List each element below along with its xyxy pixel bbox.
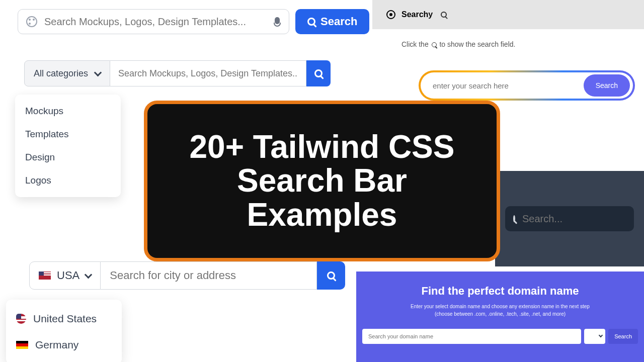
- hero-title: 20+ Tailwind CSS Search Bar Examples: [163, 130, 481, 232]
- searchy-hint: Click the to show the search field.: [392, 29, 644, 64]
- category-label: All categories: [34, 68, 88, 79]
- chevron-down-icon: [94, 68, 102, 76]
- country-item[interactable]: United States: [6, 306, 122, 332]
- country-item[interactable]: Germany: [6, 332, 122, 358]
- dark-search-input[interactable]: [522, 213, 644, 225]
- usa-flag-icon: [16, 314, 26, 324]
- country-search-panel: USA: [29, 261, 345, 290]
- search-icon: [432, 42, 437, 47]
- country-item-label: United States: [33, 313, 97, 325]
- search-icon: [513, 215, 515, 222]
- microphone-icon[interactable]: [274, 17, 281, 27]
- gradient-search-inner: Search: [421, 72, 633, 99]
- domain-search-row: com Search: [362, 329, 638, 344]
- search-button-label: Search: [320, 15, 357, 28]
- search-icon: [327, 272, 335, 280]
- search-toggle-icon[interactable]: [441, 12, 447, 18]
- category-dropdown-trigger[interactable]: All categories: [24, 60, 110, 86]
- usa-flag-icon: [39, 272, 51, 280]
- domain-title: Find the perfect domain name: [362, 285, 638, 298]
- chevron-down-icon: [599, 333, 603, 337]
- target-icon: [386, 10, 395, 19]
- gradient-search-button[interactable]: Search: [584, 74, 630, 97]
- dropdown-item[interactable]: Templates: [15, 123, 121, 146]
- palette-icon: [26, 16, 37, 27]
- dropdown-item[interactable]: Design: [15, 146, 121, 169]
- tld-select[interactable]: com: [584, 329, 605, 344]
- voice-search-panel: Search: [18, 9, 369, 34]
- dropdown-item[interactable]: Logos: [15, 169, 121, 192]
- category-search-input[interactable]: [110, 60, 306, 86]
- city-search-button[interactable]: [317, 261, 345, 290]
- search-input-wrapper: [18, 9, 289, 34]
- category-dropdown-list: Mockups Templates Design Logos: [15, 95, 121, 197]
- brand-label: Searchy: [401, 10, 433, 19]
- category-search-button[interactable]: [306, 60, 331, 86]
- country-item-label: Germany: [35, 339, 78, 351]
- country-dropdown-list: United States Germany: [6, 300, 122, 362]
- search-input[interactable]: [44, 16, 274, 28]
- gradient-search-panel: Search: [419, 70, 635, 101]
- dropdown-item[interactable]: Mockups: [15, 100, 121, 123]
- gradient-search-input[interactable]: [433, 81, 584, 90]
- dark-search-panel: [495, 171, 644, 266]
- country-dropdown-trigger[interactable]: USA: [29, 261, 101, 290]
- search-icon: [314, 69, 323, 77]
- search-icon: [307, 18, 315, 26]
- country-label: USA: [57, 269, 79, 282]
- hero-badge: 20+ Tailwind CSS Search Bar Examples: [144, 101, 500, 261]
- domain-search-button[interactable]: Search: [608, 329, 638, 344]
- search-button[interactable]: Search: [295, 9, 369, 34]
- domain-search-input[interactable]: [362, 329, 581, 344]
- category-search-panel: All categories: [24, 60, 331, 86]
- dark-search-wrapper: [505, 206, 634, 231]
- chevron-down-icon: [85, 270, 93, 279]
- germany-flag-icon: [16, 341, 28, 349]
- domain-search-panel: Find the perfect domain name Enter your …: [356, 272, 644, 362]
- city-search-input[interactable]: [101, 261, 317, 290]
- searchy-header: Searchy: [372, 0, 644, 29]
- domain-subtitle: Enter your select domain name and choose…: [362, 303, 638, 318]
